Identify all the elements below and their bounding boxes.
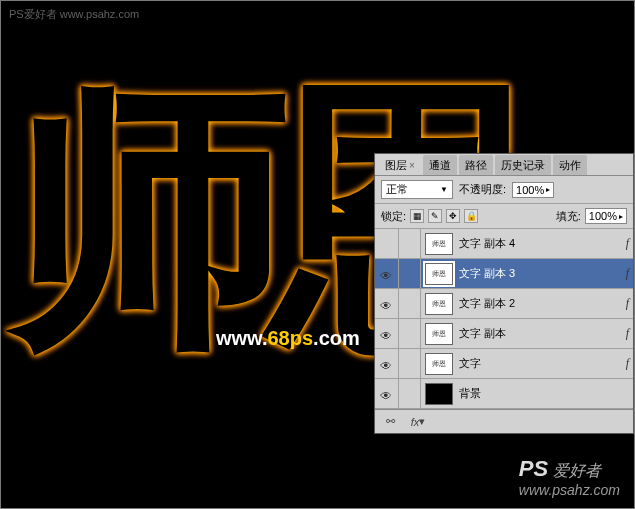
link-col[interactable] [399, 289, 421, 318]
tab-history[interactable]: 历史记录 [495, 155, 551, 175]
layer-thumbnail[interactable] [425, 383, 453, 405]
tab-paths[interactable]: 路径 [459, 155, 493, 175]
layer-list: 师恩文字 副本 4f师恩文字 副本 3f师恩文字 副本 2f师恩文字 副本f师恩… [375, 229, 633, 409]
layer-row[interactable]: 师恩文字 副本 2f [375, 289, 633, 319]
layer-name[interactable]: 文字 副本 [457, 326, 626, 341]
wm-ps: PS [519, 456, 548, 481]
fx-indicator: f [626, 326, 629, 341]
chevron-down-icon: ▼ [440, 185, 448, 194]
layer-thumbnail[interactable]: 师恩 [425, 323, 453, 345]
visibility-toggle[interactable] [375, 349, 399, 378]
eye-icon [380, 329, 394, 339]
layer-name[interactable]: 文字 [457, 356, 626, 371]
chevron-right-icon: ▸ [546, 185, 550, 194]
thumb-preview: 师恩 [432, 269, 446, 279]
visibility-toggle[interactable] [375, 379, 399, 408]
blend-mode-select[interactable]: 正常 ▼ [381, 180, 453, 199]
opacity-input[interactable]: 100%▸ [512, 182, 554, 198]
visibility-toggle[interactable] [375, 259, 399, 288]
link-col[interactable] [399, 319, 421, 348]
wm-www: www. [216, 327, 267, 349]
wm-com: .com [313, 327, 360, 349]
layer-name[interactable]: 文字 副本 3 [457, 266, 626, 281]
layer-row[interactable]: 背景 [375, 379, 633, 409]
eye-icon [380, 389, 394, 399]
link-col[interactable] [399, 349, 421, 378]
fill-input[interactable]: 100%▸ [585, 208, 627, 224]
layer-row[interactable]: 师恩文字 副本 4f [375, 229, 633, 259]
layer-thumbnail[interactable]: 师恩 [425, 293, 453, 315]
blend-mode-value: 正常 [386, 182, 408, 197]
fx-indicator: f [626, 236, 629, 251]
fx-indicator: f [626, 296, 629, 311]
thumb-preview: 师恩 [432, 329, 446, 339]
layer-row[interactable]: 师恩文字 副本f [375, 319, 633, 349]
thumb-preview: 师恩 [432, 239, 446, 249]
eye-icon [380, 299, 394, 309]
layer-name[interactable]: 文字 副本 2 [457, 296, 626, 311]
eye-icon [380, 359, 394, 369]
thumb-preview: 师恩 [432, 359, 446, 369]
tab-actions[interactable]: 动作 [553, 155, 587, 175]
layer-thumbnail[interactable]: 师恩 [425, 263, 453, 285]
panel-bottom-toolbar: ⚯ fx▾ [375, 409, 633, 433]
visibility-toggle[interactable] [375, 229, 399, 258]
layers-panel: 图层× 通道 路径 历史记录 动作 正常 ▼ 不透明度: 100%▸ 锁定: ▦… [374, 153, 634, 434]
layer-row[interactable]: 师恩文字 副本 3f [375, 259, 633, 289]
watermark-top: PS爱好者 www.psahz.com [9, 7, 139, 22]
layer-thumbnail[interactable]: 师恩 [425, 353, 453, 375]
link-col[interactable] [399, 229, 421, 258]
thumb-preview: 师恩 [432, 299, 446, 309]
link-icon[interactable]: ⚯ [381, 414, 399, 430]
fx-indicator: f [626, 266, 629, 281]
eye-icon [380, 269, 394, 279]
chevron-right-icon: ▸ [619, 212, 623, 221]
lock-all-icon[interactable]: 🔒 [464, 209, 478, 223]
wm-domain: 68ps [267, 327, 313, 349]
lock-transparent-icon[interactable]: ▦ [410, 209, 424, 223]
lock-paint-icon[interactable]: ✎ [428, 209, 442, 223]
fx-indicator: f [626, 356, 629, 371]
fill-label: 填充: [556, 209, 581, 224]
tab-layers[interactable]: 图层× [379, 155, 421, 175]
wm-url: www.psahz.com [519, 482, 620, 498]
opacity-label: 不透明度: [459, 182, 506, 197]
panel-tabs: 图层× 通道 路径 历史记录 动作 [375, 154, 633, 176]
layer-row[interactable]: 师恩文字f [375, 349, 633, 379]
lock-label: 锁定: [381, 209, 406, 224]
layer-name[interactable]: 背景 [457, 386, 633, 401]
wm-text: 爱好者 [548, 462, 600, 479]
visibility-toggle[interactable] [375, 289, 399, 318]
layer-name[interactable]: 文字 副本 4 [457, 236, 626, 251]
panel-options-row: 正常 ▼ 不透明度: 100%▸ [375, 176, 633, 204]
visibility-toggle[interactable] [375, 319, 399, 348]
lock-move-icon[interactable]: ✥ [446, 209, 460, 223]
layer-thumbnail[interactable]: 师恩 [425, 233, 453, 255]
watermark-bottom: PS 爱好者 www.psahz.com [519, 456, 620, 498]
fx-icon[interactable]: fx▾ [409, 414, 427, 430]
watermark-center: www.68ps.com [216, 327, 360, 350]
panel-lock-row: 锁定: ▦ ✎ ✥ 🔒 填充: 100%▸ [375, 204, 633, 229]
tab-channels[interactable]: 通道 [423, 155, 457, 175]
link-col[interactable] [399, 379, 421, 408]
link-col[interactable] [399, 259, 421, 288]
